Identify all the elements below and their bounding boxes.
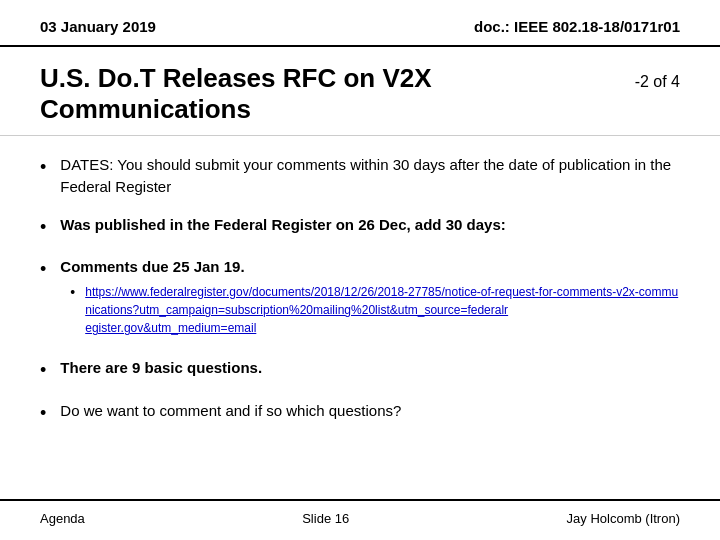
federal-register-link[interactable]: https://www.federalregister.gov/document… xyxy=(85,283,680,337)
bullet-icon-2: • xyxy=(40,215,46,240)
footer-center: Slide 16 xyxy=(302,511,349,526)
bullet-item-3: • Comments due 25 Jan 19. • https://www.… xyxy=(40,256,680,342)
bullet-text-2: Was published in the Federal Register on… xyxy=(60,214,505,236)
slide-title: U.S. Do.T Releases RFC on V2X Communicat… xyxy=(40,63,627,125)
slide-content: • DATES: You should submit your comments… xyxy=(0,136,720,452)
slide: 03 January 2019 doc.: IEEE 802.18-18/017… xyxy=(0,0,720,540)
bullet-text-3: Comments due 25 Jan 19. xyxy=(60,258,244,275)
header-doc: doc.: IEEE 802.18-18/0171r01 xyxy=(474,18,680,35)
bullet-icon-3: • xyxy=(40,257,46,282)
bullet-icon-5: • xyxy=(40,401,46,426)
bullet-content-3: Comments due 25 Jan 19. • https://www.fe… xyxy=(60,256,680,342)
bullet-text-5: Do we want to comment and if so which qu… xyxy=(60,400,401,422)
sub-bullet-item-1: • https://www.federalregister.gov/docume… xyxy=(70,283,680,337)
bullet-text-4: There are 9 basic questions. xyxy=(60,357,262,379)
slide-header: 03 January 2019 doc.: IEEE 802.18-18/017… xyxy=(0,0,720,47)
header-date: 03 January 2019 xyxy=(40,18,156,35)
sub-bullet-group: • https://www.federalregister.gov/docume… xyxy=(70,283,680,337)
slide-pagination: -2 of 4 xyxy=(635,73,680,91)
bullet-icon-4: • xyxy=(40,358,46,383)
bullet-icon-1: • xyxy=(40,155,46,180)
bullet-item-4: • There are 9 basic questions. xyxy=(40,357,680,383)
sub-bullet-icon: • xyxy=(70,284,75,300)
bullet-text-1: DATES: You should submit your comments w… xyxy=(60,154,680,198)
bullet-item-2: • Was published in the Federal Register … xyxy=(40,214,680,240)
title-row: U.S. Do.T Releases RFC on V2X Communicat… xyxy=(0,47,720,136)
bullet-item-1: • DATES: You should submit your comments… xyxy=(40,154,680,198)
footer-right: Jay Holcomb (Itron) xyxy=(567,511,680,526)
bullet-item-5: • Do we want to comment and if so which … xyxy=(40,400,680,426)
footer-left: Agenda xyxy=(40,511,85,526)
slide-footer: Agenda Slide 16 Jay Holcomb (Itron) xyxy=(0,499,720,540)
